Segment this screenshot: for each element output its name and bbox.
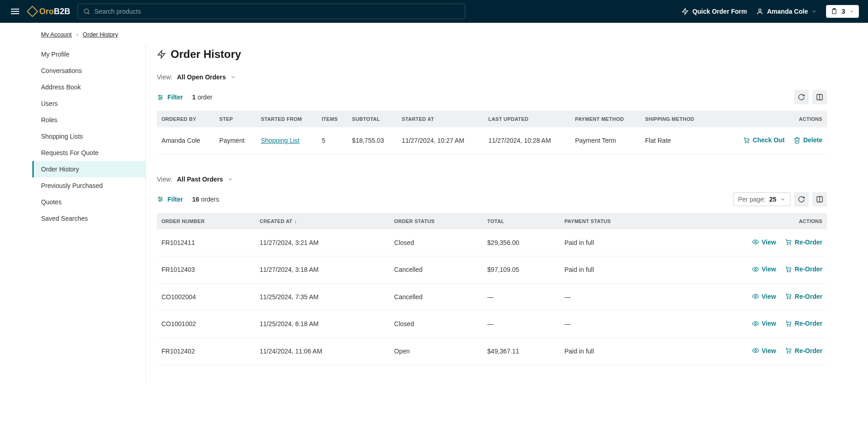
reorder-button[interactable]: Re-Order: [785, 347, 822, 354]
svg-point-0: [84, 9, 88, 13]
svg-point-35: [787, 325, 788, 326]
breadcrumb-link[interactable]: Order History: [83, 31, 118, 38]
eye-icon: [752, 293, 759, 300]
svg-point-32: [787, 298, 788, 299]
col-actions: Actions: [711, 111, 827, 127]
svg-point-37: [754, 350, 756, 352]
per-page-value: 25: [769, 196, 776, 203]
svg-point-30: [790, 271, 791, 272]
sidebar-item[interactable]: Users: [41, 95, 146, 112]
user-menu[interactable]: Amanda Cole: [756, 8, 817, 15]
columns-button[interactable]: [812, 90, 827, 104]
table-row[interactable]: FR1012411 11/27/2024, 3:21 AM Closed $29…: [157, 229, 827, 256]
view-value[interactable]: All Past Orders: [177, 176, 223, 183]
svg-point-12: [159, 99, 161, 100]
cell-shipping-method: Flat Rate: [640, 127, 711, 154]
svg-point-11: [161, 97, 162, 98]
col-last-updated[interactable]: Last Updated: [484, 111, 571, 127]
table-row[interactable]: FR1012403 11/27/2024, 3:18 AM Cancelled …: [157, 256, 827, 284]
sidebar-item[interactable]: Previously Purchased: [41, 177, 146, 194]
view-button[interactable]: View: [752, 347, 776, 354]
search-input[interactable]: [78, 4, 465, 19]
cell-order-status: Open: [390, 338, 483, 365]
breadcrumb-link[interactable]: My Account: [41, 31, 72, 38]
refresh-button[interactable]: [794, 192, 809, 207]
table-row[interactable]: Amanda Cole Payment Shopping List 5 $18,…: [157, 127, 827, 154]
sort-desc-icon: ↓: [294, 218, 297, 224]
sidebar-item[interactable]: Requests For Quote: [41, 145, 146, 161]
logo-text-1: Oro: [39, 7, 54, 16]
col-step[interactable]: Step: [215, 111, 256, 127]
reorder-button[interactable]: Re-Order: [785, 239, 822, 246]
col-ordered-by[interactable]: Ordered By: [157, 111, 215, 127]
filter-button[interactable]: Filter: [157, 196, 183, 203]
cell-created-at: 11/25/2024, 6:18 AM: [255, 311, 390, 338]
cart-button[interactable]: 3: [826, 5, 859, 18]
menu-toggle-icon[interactable]: [9, 7, 21, 16]
sidebar-item[interactable]: Shopping Lists: [41, 128, 146, 145]
sidebar-item[interactable]: Address Book: [41, 79, 146, 95]
sidebar-item[interactable]: Roles: [41, 112, 146, 128]
refresh-button[interactable]: [794, 90, 809, 104]
bolt-icon: [681, 8, 689, 15]
col-total[interactable]: Total: [483, 213, 560, 229]
quick-order-link[interactable]: Quick Order Form: [681, 8, 747, 15]
view-button[interactable]: View: [752, 293, 776, 300]
delete-button[interactable]: Delete: [794, 136, 822, 144]
eye-icon: [752, 266, 759, 273]
filter-button[interactable]: Filter: [157, 93, 183, 101]
cell-actions: View Re-Order: [664, 338, 827, 365]
cell-step: Payment: [215, 127, 256, 154]
table-header-row: Order Number Created At↓ Order Status To…: [157, 213, 827, 229]
breadcrumb: My Account › Order History: [41, 31, 827, 38]
filter-label: Filter: [167, 93, 183, 101]
col-order-number[interactable]: Order Number: [157, 213, 255, 229]
col-payment-method[interactable]: Payment Method: [571, 111, 641, 127]
table-row[interactable]: CO1001002 11/25/2024, 6:18 AM Closed — —…: [157, 311, 827, 338]
cell-order-number: CO1002004: [157, 283, 255, 311]
checkout-button[interactable]: Check Out: [743, 136, 785, 144]
col-payment-status[interactable]: Payment Status: [560, 213, 664, 229]
sidebar-item[interactable]: Saved Searches: [41, 210, 146, 227]
sidebar-item[interactable]: Order History: [32, 161, 146, 177]
svg-point-34: [754, 322, 756, 324]
cell-payment-status: —: [560, 311, 664, 338]
view-selector-open: View: All Open Orders: [157, 73, 827, 81]
col-started-at[interactable]: Started At: [397, 111, 484, 127]
per-page-selector[interactable]: Per page: 25: [733, 192, 790, 206]
clipboard-icon: [831, 8, 838, 15]
columns-button[interactable]: [812, 192, 827, 207]
col-started-from[interactable]: Started From: [256, 111, 317, 127]
chevron-down-icon[interactable]: [230, 74, 236, 80]
view-button[interactable]: View: [752, 320, 776, 327]
cell-last-updated: 11/27/2024, 10:28 AM: [484, 127, 571, 154]
shopping-list-link[interactable]: Shopping List: [261, 137, 300, 144]
chevron-down-icon: [849, 9, 854, 14]
view-value[interactable]: All Open Orders: [177, 73, 226, 81]
logo[interactable]: OroB2B: [28, 7, 70, 16]
sidebar-item[interactable]: My Profile: [41, 46, 146, 62]
reorder-button[interactable]: Re-Order: [785, 293, 822, 300]
eye-icon: [752, 347, 759, 354]
sidebar-item[interactable]: Quotes: [41, 194, 146, 210]
sidebar-item[interactable]: Conversations: [41, 62, 146, 79]
col-subtotal[interactable]: Subtotal: [348, 111, 397, 127]
col-order-status[interactable]: Order Status: [390, 213, 483, 229]
table-row[interactable]: CO1002004 11/25/2024, 7:35 AM Cancelled …: [157, 283, 827, 311]
page-title: Order History: [157, 48, 827, 61]
cell-actions: View Re-Order: [664, 311, 827, 338]
chevron-down-icon[interactable]: [228, 177, 233, 182]
col-shipping-method[interactable]: Shipping Method: [640, 111, 711, 127]
view-button[interactable]: View: [752, 265, 776, 273]
col-items[interactable]: Items: [317, 111, 348, 127]
table-row[interactable]: FR1012402 11/24/2024, 11:06 AM Open $49,…: [157, 338, 827, 365]
cell-created-at: 11/24/2024, 11:06 AM: [255, 338, 390, 365]
reorder-button[interactable]: Re-Order: [785, 320, 822, 327]
breadcrumb-wrap: My Account › Order History: [0, 23, 868, 43]
cart-icon: [743, 137, 750, 144]
refresh-icon: [798, 93, 805, 101]
col-created-at[interactable]: Created At↓: [255, 213, 390, 229]
view-button[interactable]: View: [752, 239, 776, 246]
reorder-button[interactable]: Re-Order: [785, 265, 822, 273]
svg-point-33: [790, 298, 791, 299]
